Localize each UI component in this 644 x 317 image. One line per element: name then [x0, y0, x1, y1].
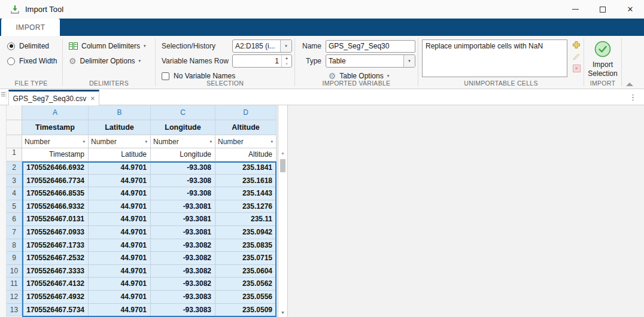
variable-name-field[interactable] [326, 40, 415, 53]
column-letter[interactable]: C [151, 105, 215, 120]
selection-history-combo[interactable]: A2:D185 (i... ▾ [232, 39, 292, 53]
table-cell[interactable]: 1705526467.3333 [22, 265, 89, 278]
table-cell[interactable]: 235.0835 [215, 239, 277, 252]
column-name[interactable]: Altitude [215, 120, 277, 135]
table-row[interactable]: 51705526466.933244.9701-93.3081235.1276 [7, 200, 277, 214]
table-cell[interactable]: 44.9701 [89, 187, 151, 200]
table-cell[interactable]: 1705526467.0131 [22, 213, 89, 226]
table-cell[interactable]: 1705526466.8535 [22, 187, 89, 200]
column-type-select[interactable]: Number▾ [22, 135, 89, 148]
minimize-button[interactable] [561, 0, 589, 19]
scrollbar-thumb[interactable] [280, 159, 285, 172]
add-rule-button[interactable] [572, 40, 581, 49]
table-cell[interactable]: -93.3081 [151, 226, 215, 239]
close-button[interactable]: ✕ [616, 0, 644, 19]
table-cell[interactable]: 1705526466.7734 [22, 175, 89, 188]
column-type-select[interactable]: Number▾ [89, 135, 151, 148]
table-cell[interactable]: 1705526467.5734 [22, 304, 89, 317]
tab-import[interactable]: IMPORT [1, 19, 60, 36]
table-cell[interactable]: -93.308 [151, 187, 215, 200]
table-cell[interactable]: 235.1276 [215, 200, 277, 214]
vertical-scrollbar[interactable]: ▲ ▼ [278, 105, 288, 317]
column-type-select[interactable]: Number▾ [215, 135, 277, 148]
table-row[interactable]: 111705526467.413244.9701-93.3082235.0562 [7, 278, 277, 291]
column-letter[interactable]: D [215, 105, 277, 120]
table-row[interactable]: 21705526466.693244.9701-93.308235.1841 [7, 161, 277, 175]
table-cell[interactable]: -93.308 [151, 175, 215, 188]
table-cell[interactable]: -93.3082 [151, 265, 215, 278]
column-letter[interactable]: A [22, 105, 89, 120]
table-cell[interactable]: Latitude [89, 148, 151, 161]
table-row[interactable]: 31705526466.773444.9701-93.308235.1618 [7, 175, 277, 188]
table-cell[interactable]: -93.3082 [151, 278, 215, 291]
table-cell[interactable]: 44.9701 [89, 213, 151, 226]
table-cell[interactable]: 44.9701 [89, 291, 151, 304]
variable-names-row-stepper[interactable]: 1 ▲ ▼ [232, 54, 292, 68]
radio-fixed-width[interactable]: Fixed Width [7, 54, 62, 68]
table-cell[interactable]: 1705526466.6932 [22, 161, 89, 175]
table-cell[interactable]: 235.0715 [215, 252, 277, 265]
table-cell[interactable]: 1705526467.2532 [22, 252, 89, 265]
table-cell[interactable]: 235.0942 [215, 226, 277, 239]
table-cell[interactable]: 1705526467.4132 [22, 278, 89, 291]
table-row-unselected[interactable]: 1 TimestampLatitudeLongitudeAltitude [7, 148, 277, 161]
table-cell[interactable]: 235.0562 [215, 278, 277, 291]
table-cell[interactable]: 44.9701 [89, 265, 151, 278]
table-cell[interactable]: -93.308 [151, 161, 215, 175]
table-cell[interactable]: 1705526467.1733 [22, 239, 89, 252]
column-name[interactable]: Latitude [89, 120, 151, 135]
table-cell[interactable]: 44.9701 [89, 239, 151, 252]
type-select[interactable]: Table ▾ [326, 54, 415, 68]
delimiter-options-button[interactable]: ⚙ Delimiter Options ▾ [69, 54, 155, 68]
table-row[interactable]: 41705526466.853544.9701-93.308235.1443 [7, 187, 277, 200]
table-row[interactable]: 71705526467.093344.9701-93.3081235.0942 [7, 226, 277, 239]
table-cell[interactable]: 44.9701 [89, 175, 151, 188]
table-cell[interactable]: 235.1841 [215, 161, 277, 175]
column-delimiters-button[interactable]: Column Delimiters ▾ [69, 39, 155, 53]
table-cell[interactable]: -93.3081 [151, 200, 215, 214]
table-cell[interactable]: 44.9701 [89, 161, 151, 175]
table-cell[interactable]: 1705526466.9332 [22, 200, 89, 214]
column-name[interactable]: Longitude [151, 120, 215, 135]
type-dropdown-button[interactable]: ▾ [403, 55, 415, 67]
table-row[interactable]: 91705526467.253244.9701-93.3082235.0715 [7, 252, 277, 265]
radio-delimited[interactable]: Delimited [7, 39, 62, 53]
table-cell[interactable]: 44.9701 [89, 226, 151, 239]
maximize-button[interactable] [589, 0, 616, 19]
column-name[interactable]: Timestamp [22, 120, 89, 135]
table-cell[interactable]: 1705526467.4932 [22, 291, 89, 304]
table-row[interactable]: 131705526467.573444.9701-93.3083235.0509 [7, 304, 277, 317]
document-tab-csv[interactable]: GPS_Seg7_Seq30.csv × [8, 90, 99, 105]
table-row[interactable]: 121705526467.493244.9701-93.3083235.0556 [7, 291, 277, 304]
import-selection-button[interactable]: Import Selection [585, 40, 621, 78]
column-type-select[interactable]: Number▾ [151, 135, 215, 148]
scroll-up-icon[interactable]: ▲ [278, 151, 287, 155]
table-cell[interactable]: 235.0509 [215, 304, 277, 317]
table-cell[interactable]: -93.3082 [151, 252, 215, 265]
spinner-up-icon[interactable]: ▲ [282, 55, 291, 61]
tab-close-icon[interactable]: × [90, 95, 95, 103]
table-cell[interactable]: -93.3082 [151, 239, 215, 252]
table-cell[interactable]: -93.3081 [151, 213, 215, 226]
table-cell[interactable]: 235.0556 [215, 291, 277, 304]
unimportable-rule-item[interactable]: Replace unimportable cells with NaN [426, 42, 564, 50]
table-cell[interactable]: 44.9701 [89, 200, 151, 214]
scroll-down-icon[interactable]: ▼ [278, 310, 287, 315]
table-cell[interactable]: -93.3083 [151, 304, 215, 317]
table-cell[interactable]: 235.1618 [215, 175, 277, 188]
column-letter[interactable]: B [89, 105, 151, 120]
table-cell[interactable]: 44.9701 [89, 252, 151, 265]
table-cell[interactable]: 235.0604 [215, 265, 277, 278]
panel-grip-icon[interactable] [0, 91, 7, 99]
spinner-down-icon[interactable]: ▼ [282, 61, 291, 67]
table-row[interactable]: 101705526467.333344.9701-93.3082235.0604 [7, 265, 277, 278]
delete-rule-button[interactable]: × [572, 64, 581, 73]
table-cell[interactable]: Altitude [215, 148, 277, 161]
selection-history-dropdown-button[interactable]: ▾ [280, 40, 291, 52]
no-variable-names-checkbox[interactable] [162, 72, 169, 80]
table-cell[interactable]: -93.3083 [151, 291, 215, 304]
table-row[interactable]: 81705526467.173344.9701-93.3082235.0835 [7, 239, 277, 252]
edit-rule-button[interactable] [572, 52, 581, 61]
table-cell[interactable]: 44.9701 [89, 278, 151, 291]
collapse-ribbon-button[interactable] [626, 74, 636, 81]
